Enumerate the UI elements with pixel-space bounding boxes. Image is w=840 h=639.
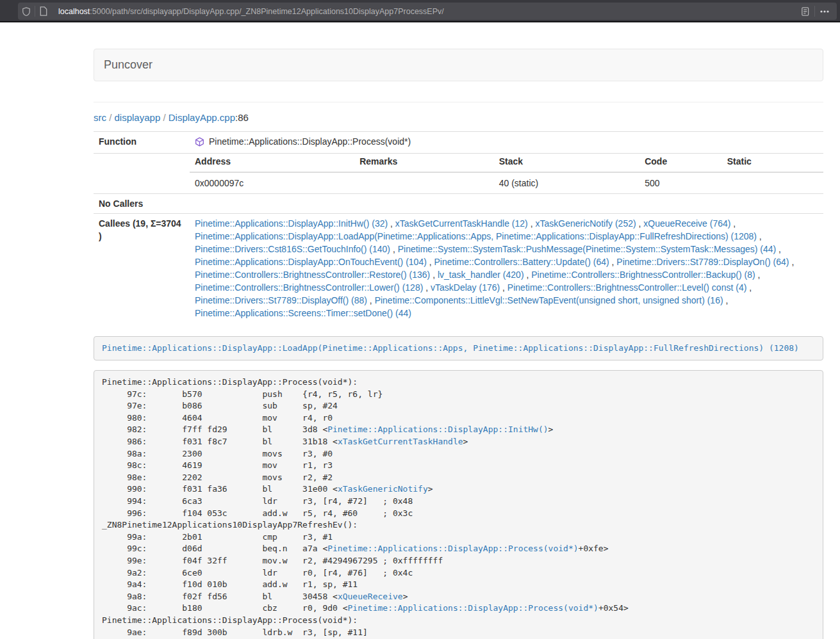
asm-text: 99e: f04f 32ff mov.w r2, #4294967295 ; 0… (102, 556, 443, 565)
app-title: Puncover (104, 58, 152, 72)
asm-text: 996: f104 053c add.w r5, r4, #60 ; 0x3c (102, 508, 413, 518)
asm-text: > (403, 592, 408, 601)
asm-text: 98a: 2300 movs r3, #0 (102, 449, 333, 458)
asm-text: 982: f7ff fd29 bl 3d8 < (102, 425, 327, 434)
asm-text: 9a8: f02f fd56 bl 30458 < (102, 592, 338, 601)
table-row-callees: Callees (19, Σ=3704 ) Pinetime::Applicat… (94, 213, 823, 323)
asm-text: > (463, 437, 468, 446)
callee-separator: , (524, 270, 532, 280)
asm-text: 9ae: f89d 300b ldrb.w r3, [sp, #11] (102, 627, 368, 637)
column-header-address: Address (190, 154, 354, 172)
callee-link[interactable]: Pinetime::Controllers::BrightnessControl… (531, 270, 755, 280)
asm-symbol-link[interactable]: Pinetime::Applications::DisplayApp::Init… (327, 425, 548, 434)
column-header-stack: Stack (494, 154, 639, 172)
asm-text: 990: f031 fa36 bl 31e00 < (102, 484, 338, 494)
callee-separator: , (746, 282, 752, 293)
callee-link[interactable]: vTaskDelay (176) (431, 282, 500, 293)
url-path: :5000/path/src/displayapp/DisplayApp.cpp… (90, 7, 443, 16)
callee-link[interactable]: Pinetime::Controllers::BrightnessControl… (195, 282, 423, 293)
stack-value: 40 (static) (494, 172, 639, 193)
url-text[interactable]: localhost:5000/path/src/displayapp/Displ… (58, 7, 795, 16)
callee-separator: , (789, 257, 795, 267)
asm-text: +0x54> (598, 603, 629, 613)
callee-link[interactable]: Pinetime::Controllers::BrightnessControl… (195, 270, 430, 280)
callee-link[interactable]: Pinetime::Controllers::Battery::Update()… (434, 257, 609, 267)
address-bar[interactable]: localhost:5000/path/src/displayapp/Displ… (18, 3, 837, 20)
asm-symbol-link[interactable]: Pinetime::Applications::DisplayApp::Proc… (348, 603, 598, 613)
asm-text: 97c: b570 push {r4, r5, r6, lr} (102, 389, 383, 399)
breadcrumb-link[interactable]: DisplayApp.cpp (169, 112, 235, 123)
callee-link[interactable]: Pinetime::Components::LittleVgl::SetNewT… (375, 295, 723, 305)
callee-separator: , (500, 282, 507, 293)
no-callers-label: No Callers (94, 193, 190, 213)
asm-text: 97e: b086 sub sp, #24 (102, 401, 338, 410)
breadcrumb-line-number: :86 (235, 112, 249, 123)
asm-symbol-link[interactable]: xTaskGenericNotify (338, 484, 428, 494)
asm-text: 98e: 2202 movs r2, #2 (102, 473, 333, 482)
table-row-no-callers: No Callers (94, 193, 823, 213)
callee-link[interactable]: Pinetime::Controllers::BrightnessControl… (507, 282, 746, 293)
callee-separator: , (427, 257, 434, 267)
callee-link[interactable]: lv_task_handler (420) (438, 270, 524, 280)
callers-cell (190, 193, 823, 213)
callees-list: Pinetime::Applications::DisplayApp::Init… (190, 213, 823, 323)
function-facts-table: Function Pinetime::Applications::Display… (94, 131, 823, 323)
asm-text: 980: 4604 mov r4, r0 (102, 413, 333, 423)
callee-link[interactable]: Pinetime::Applications::DisplayApp::Init… (195, 218, 388, 229)
breadcrumb-link[interactable]: displayapp (115, 112, 161, 123)
assembly-listing: Pinetime::Applications::DisplayApp::Proc… (94, 370, 823, 639)
address-value: 0x0000097c (190, 172, 354, 193)
callee-link[interactable]: Pinetime::Applications::DisplayApp::OnTo… (195, 257, 427, 267)
stats-table: Address Remarks Stack Code Static 0x0000… (190, 154, 823, 193)
asm-text: 99c: d06d beq.n a7a < (102, 544, 327, 553)
cube-icon (195, 137, 204, 147)
asm-text: +0xfe> (579, 544, 609, 553)
callee-separator: , (776, 244, 781, 254)
page-info-icon[interactable] (35, 3, 52, 20)
asm-symbol-link[interactable]: Pinetime::Applications::DisplayApp::Proc… (327, 544, 578, 553)
page-actions-icon[interactable] (815, 3, 834, 20)
table-row: 0x0000097c 40 (static) 500 (190, 172, 823, 193)
callee-link[interactable]: Pinetime::System::SystemTask::PushMessag… (398, 244, 777, 254)
url-host: localhost (58, 7, 90, 16)
callee-link[interactable]: Pinetime::Drivers::St7789::DisplayOn() (… (616, 257, 789, 267)
app-header: Puncover (94, 49, 823, 81)
static-value (722, 172, 823, 193)
reader-mode-icon[interactable] (795, 3, 814, 20)
callee-separator: , (388, 218, 395, 229)
stats-row-spacer (94, 153, 190, 193)
callee-separator: , (367, 295, 375, 305)
callee-separator: , (757, 231, 762, 241)
shield-icon[interactable] (18, 3, 35, 20)
breadcrumb-link[interactable]: src (94, 112, 106, 123)
asm-text: > (548, 425, 554, 434)
asm-text: 99a: 2b01 cmp r3, #1 (102, 532, 333, 542)
callee-separator: , (423, 282, 431, 293)
asm-symbol-link[interactable]: xQueueReceive (338, 592, 403, 601)
breadcrumb-separator: / (106, 112, 115, 123)
callee-separator: , (430, 270, 438, 280)
asm-text: 994: 6ca3 ldr r3, [r4, #72] ; 0x48 (102, 496, 413, 506)
column-header-code: Code (639, 154, 722, 172)
divider (94, 102, 823, 102)
asm-symbol-link[interactable]: xTaskGetCurrentTaskHandle (338, 437, 463, 446)
browser-toolbar: localhost:5000/path/src/displayapp/Displ… (0, 0, 840, 22)
callee-link[interactable]: Pinetime::Applications::DisplayApp::Load… (195, 231, 757, 241)
asm-text: 9a2: 6ce0 ldr r0, [r4, #76] ; 0x4c (102, 568, 413, 578)
callee-link[interactable]: Pinetime::Drivers::St7789::DisplayOff() … (195, 295, 367, 305)
snippet-symbol-link[interactable]: Pinetime::Applications::DisplayApp::Load… (102, 343, 799, 353)
callee-link[interactable]: Pinetime::Drivers::Cst816S::GetTouchInfo… (195, 244, 390, 254)
column-header-static: Static (722, 154, 823, 172)
callee-separator: , (609, 257, 617, 267)
code-size-value: 500 (639, 172, 722, 193)
callee-link[interactable]: xTaskGetCurrentTaskHandle (12) (395, 218, 528, 229)
callee-link[interactable]: xQueueReceive (764) (643, 218, 730, 229)
callee-link[interactable]: xTaskGenericNotify (252) (535, 218, 636, 229)
page-container: Puncover src / displayapp / DisplayApp.c… (94, 49, 823, 639)
callee-link[interactable]: Pinetime::Applications::Screens::Timer::… (195, 308, 411, 318)
function-name: Pinetime::Applications::DisplayApp::Proc… (209, 135, 411, 148)
asm-text: Pinetime::Applications::DisplayApp::Proc… (102, 377, 358, 387)
callee-separator: , (390, 244, 398, 254)
asm-text: 9ac: b180 cbz r0, 9d0 < (102, 603, 348, 613)
asm-text: 986: f031 f8c7 bl 31b18 < (102, 437, 338, 446)
